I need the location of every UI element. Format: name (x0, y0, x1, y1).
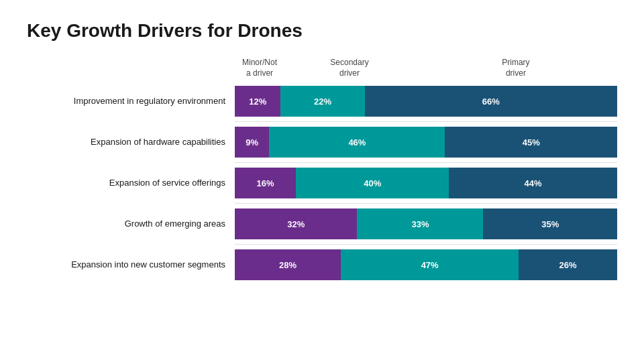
bar-4-1: 47% (341, 249, 519, 280)
row-divider-2 (235, 162, 617, 163)
bar-3-2: 35% (483, 208, 617, 239)
bars-1: 9%46%45% (235, 127, 617, 158)
chart-headers: Minor/Not a driverSecondary driverPrimar… (235, 58, 617, 78)
bar-0-2: 66% (365, 86, 617, 117)
row-divider-4 (235, 244, 617, 245)
bar-4-2: 26% (519, 249, 617, 280)
bar-1-0: 9% (235, 127, 269, 158)
chart-row-2: Expansion of service offerings16%40%44% (27, 166, 617, 200)
bars-4: 28%47%26% (235, 249, 617, 280)
chart-row-1: Expansion of hardware capabilities9%46%4… (27, 125, 617, 160)
page-title: Key Growth Drivers for Drones (27, 20, 617, 42)
row-label-3: Growth of emerging areas (27, 219, 235, 230)
chart-header-0: Minor/Not a driver (235, 58, 284, 78)
chart-row-3: Growth of emerging areas32%33%35% (27, 206, 617, 241)
bar-2-1: 40% (296, 168, 449, 198)
bar-0-1: 22% (280, 86, 364, 117)
row-label-2: Expansion of service offerings (27, 178, 235, 189)
bars-3: 32%33%35% (235, 208, 617, 239)
row-label-1: Expansion of hardware capabilities (27, 137, 235, 148)
bar-3-0: 32% (235, 208, 357, 239)
chart-rows: Improvement in regulatory environment12%… (27, 84, 617, 282)
chart-header-1: Secondary driver (284, 58, 415, 78)
row-divider-3 (235, 203, 617, 204)
row-divider-1 (235, 121, 617, 122)
chart-row-4: Expansion into new customer segments28%4… (27, 247, 617, 282)
bar-1-1: 46% (269, 127, 445, 158)
bars-2: 16%40%44% (235, 168, 617, 198)
bar-2-0: 16% (235, 168, 296, 198)
chart-header-2: Primary driver (415, 58, 617, 78)
bar-1-2: 45% (445, 127, 617, 158)
bar-2-2: 44% (449, 168, 617, 198)
bar-3-1: 33% (357, 208, 483, 239)
row-label-0: Improvement in regulatory environment (27, 96, 235, 107)
bar-0-0: 12% (235, 86, 280, 117)
chart-row-0: Improvement in regulatory environment12%… (27, 84, 617, 119)
bars-0: 12%22%66% (235, 86, 617, 117)
row-label-4: Expansion into new customer segments (27, 259, 235, 271)
bar-4-0: 28% (235, 249, 341, 280)
chart-container: Minor/Not a driverSecondary driverPrimar… (27, 58, 617, 282)
